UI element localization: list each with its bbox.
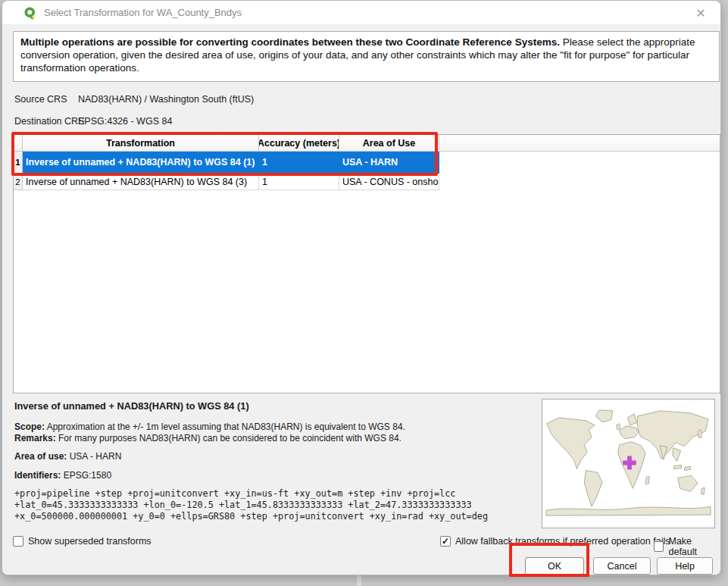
dialog-titlebar: Select Transformation for WA_County_Bndy… (2, 1, 720, 24)
identifiers-label: Identifiers: (14, 470, 61, 481)
help-button[interactable]: Help (657, 557, 713, 575)
area-of-use-map-preview (542, 399, 715, 528)
source-crs-label: Source CRS (14, 94, 67, 105)
area-of-use-label: Area of use: (14, 451, 67, 462)
details-identifiers: Identifiers: EPSG:1580 (14, 470, 537, 481)
intro-bold-text: Multiple operations are possible for con… (20, 36, 560, 48)
dialog-title: Select Transformation for WA_County_Bndy… (44, 7, 242, 18)
remarks-label: Remarks: (14, 433, 56, 443)
show-superseded-checkbox[interactable] (13, 536, 23, 547)
make-default-label: Make default (668, 536, 720, 557)
area-of-use-text: USA - HARN (67, 451, 121, 462)
table-header-row: Transformation Accuracy (meters) Area of… (14, 135, 720, 152)
source-crs-row: Source CRS NAD83(HARN) / Washington Sout… (14, 94, 67, 105)
area-of-use-cell[interactable]: USA - HARN (339, 152, 439, 174)
table-row-selected[interactable]: 1 Inverse of unnamed + NAD83(HARN) to WG… (14, 152, 720, 174)
source-crs-value: NAD83(HARN) / Washington South (ftUS) (78, 94, 254, 105)
accuracy-column-header[interactable]: Accuracy (meters) (259, 135, 339, 152)
row-number[interactable]: 2 (14, 174, 23, 190)
area-of-use-cell[interactable]: USA - CONUS - onshore (339, 174, 439, 190)
remarks-text: For many purposes NAD83(HARN) can be con… (56, 433, 401, 443)
area-of-use-column-header[interactable]: Area of Use (339, 135, 439, 152)
scope-text: Approximation at the +/- 1m level assumi… (45, 421, 405, 432)
intro-message: Multiple operations are possible for con… (13, 31, 720, 82)
transformation-column-header[interactable]: Transformation (23, 135, 259, 152)
cancel-button[interactable]: Cancel (593, 557, 651, 575)
close-icon[interactable]: ✕ (692, 4, 710, 22)
destination-crs-label: Destination CRS (14, 116, 84, 127)
make-default-checkbox-row: Make default (654, 536, 720, 557)
select-transformation-dialog: Select Transformation for WA_County_Bndy… (2, 0, 721, 575)
allow-fallback-checkbox-row: ✓ Allow fallback transforms if preferred… (440, 536, 670, 547)
scope-label: Scope: (14, 421, 45, 432)
accuracy-cell[interactable]: 1 (259, 152, 339, 174)
row-number[interactable]: 1 (14, 152, 23, 174)
ok-button[interactable]: OK (525, 557, 584, 575)
transformation-details: Inverse of unnamed + NAD83(HARN) to WGS … (14, 400, 537, 522)
destination-crs-value: EPSG:4326 - WGS 84 (78, 116, 172, 127)
proj-pipeline-string: +proj=pipeline +step +proj=unitconvert +… (14, 488, 537, 522)
world-map-graphic (542, 400, 714, 528)
allow-fallback-checkbox[interactable]: ✓ (440, 536, 451, 547)
allow-fallback-label: Allow fallback transforms if preferred o… (455, 536, 670, 547)
transformation-cell[interactable]: Inverse of unnamed + NAD83(HARN) to WGS … (23, 174, 259, 190)
details-scope: Scope: Approximation at the +/- 1m level… (14, 421, 537, 433)
details-title: Inverse of unnamed + NAD83(HARN) to WGS … (14, 400, 537, 412)
qgis-logo-icon (23, 6, 37, 20)
identifiers-text: EPSG:1580 (61, 470, 111, 481)
accuracy-cell[interactable]: 1 (259, 174, 339, 190)
background-panel-divider (357, 574, 361, 586)
details-area-of-use: Area of use: USA - HARN (14, 451, 537, 462)
transformation-cell[interactable]: Inverse of unnamed + NAD83(HARN) to WGS … (23, 152, 259, 174)
transformations-table: Transformation Accuracy (meters) Area of… (13, 134, 720, 393)
show-superseded-checkbox-row: Show superseded transforms (13, 536, 152, 547)
destination-crs-row: Destination CRS EPSG:4326 - WGS 84 (14, 116, 84, 127)
screen: Select Transformation for WA_County_Bndy… (0, 0, 728, 586)
details-remarks: Remarks: For many purposes NAD83(HARN) c… (14, 433, 537, 444)
make-default-checkbox[interactable] (654, 541, 664, 552)
row-number-header (14, 135, 23, 152)
show-superseded-label: Show superseded transforms (28, 536, 152, 547)
table-row[interactable]: 2 Inverse of unnamed + NAD83(HARN) to WG… (14, 174, 720, 190)
